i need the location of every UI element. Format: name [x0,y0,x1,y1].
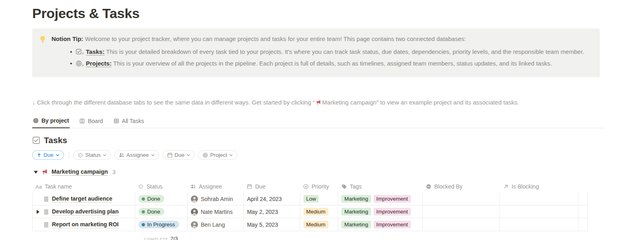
tab-board[interactable]: Board [78,116,103,128]
tags-cell[interactable]: MarketingImprovement [338,205,423,218]
tab-by-project[interactable]: By project [32,116,70,128]
priority-cell[interactable]: Medium [300,218,339,231]
expand-toggle-icon[interactable] [37,210,39,214]
tab-label: By project [41,117,69,124]
hint-text-after: ” to view an example project and its ass… [376,99,519,106]
megaphone-icon [316,100,321,105]
hint-text-before: ↓ Click through the different database t… [32,99,315,106]
status-pill: Done [138,208,164,215]
lightbulb-icon [39,35,47,43]
tasks-section-heading: Tasks [32,135,644,145]
filter-project-pill[interactable]: Project [198,150,237,160]
status-burst-icon [138,184,144,189]
task-title-link[interactable]: Develop advertising plan [52,208,119,215]
table-footer-row: COMPLETE2/3 [32,235,588,240]
row-end-cell[interactable] [578,193,588,205]
projects-link[interactable]: Projects: [86,60,111,67]
chevron-down-icon [103,153,107,157]
tip-label: Notion Tip: [52,35,83,42]
bullet-text: This is your overview of all the project… [111,60,552,67]
status-pill: In Progress [138,221,179,228]
megaphone-icon [41,169,48,175]
tip-text: Welcome to your project tracker, where y… [83,35,466,42]
column-header-task-name[interactable]: AaTask name [32,183,135,190]
row-end-cell[interactable] [578,218,588,231]
row-end-cell[interactable] [578,205,588,218]
status-label: In Progress [147,222,175,228]
column-header-label: Tags [350,183,362,190]
assignee-name: Ben Lang [201,222,225,228]
due-cell[interactable]: May 5, 2023 [244,218,300,231]
is-blocking-cell[interactable] [500,193,578,205]
filter-assignee-pill[interactable]: Assignee [114,150,159,160]
blocked-by-cell[interactable] [423,205,500,218]
status-cell[interactable]: In Progress [135,218,188,231]
status-dot-icon [142,223,145,226]
is-blocking-cell[interactable] [500,205,578,218]
tag-chip: Improvement [374,195,411,203]
tag-icon [341,184,347,189]
list-item: • ↗ Projects: This is your overview of a… [70,59,584,68]
due-cell[interactable]: April 24, 2023 [244,193,300,205]
chevron-down-icon [56,153,60,157]
bullet-text-wrap: Projects: This is your overview of all t… [86,59,552,68]
assignee-cell[interactable]: Ben Lang [188,218,244,231]
assignee-cell[interactable]: Sohrab Amin [188,193,244,205]
blocked-by-cell[interactable] [423,218,500,231]
tasks-link[interactable]: Tasks: [86,48,104,55]
filter-due-pill[interactable]: Due [163,150,195,160]
tags-cell[interactable]: MarketingImprovement [338,218,423,231]
chevron-down-icon [151,153,155,157]
task-name-cell[interactable]: Develop advertising plan [33,205,135,218]
notion-tip-callout: Notion Tip: Welcome to your project trac… [32,29,600,77]
list-item: • ↗ Tasks: This is your detailed breakdo… [70,47,584,57]
group-title-link[interactable]: Marketing campaign [52,168,108,176]
sort-due-pill[interactable]: Due [32,150,64,160]
tags-cell[interactable]: MarketingImprovement [338,193,423,205]
bullet-text: This is your detailed breakdown of every… [105,48,584,55]
column-header-is-blocking[interactable]: Is Blocking [500,183,578,190]
group-count: 3 [112,169,116,175]
bullet-text-wrap: Tasks: This is your detailed breakdown o… [86,47,584,57]
priority-chip: Medium [303,221,328,228]
column-header-label: Blocked By [434,183,462,190]
column-header-tags[interactable]: Tags [338,183,423,190]
tab-all-tasks[interactable]: All Tasks [113,116,145,128]
circle-arrow-down-icon [303,184,309,189]
column-header-blocked-by[interactable]: Blocked By [423,183,500,190]
chevron-down-icon [186,153,190,157]
avatar [191,195,198,203]
filter-label: Project [210,152,227,158]
column-header-due[interactable]: Due [244,183,300,190]
tip-bullet-list: • ↗ Tasks: This is your detailed breakdo… [52,47,584,68]
column-header-label: Is Blocking [512,183,539,190]
tag-chip: Marketing [341,221,371,228]
filter-status-pill[interactable]: Status [73,150,111,160]
column-header-label: Status [147,183,163,190]
table-row: Report on marketing ROI In Progress Ben … [32,218,588,231]
due-cell[interactable]: May 2, 2023 [244,205,300,218]
column-header-priority[interactable]: Priority [300,183,338,190]
task-name-cell[interactable]: Define target audience [33,193,135,205]
assignee-cell[interactable]: Nate Martins [188,205,244,218]
status-cell[interactable]: Done [135,205,188,218]
notion-page: Projects & Tasks Notion Tip: Welcome to … [0,0,644,240]
blocked-by-cell[interactable] [423,193,500,205]
is-blocking-cell[interactable] [500,218,578,231]
task-name-cell[interactable]: Report on marketing ROI [33,218,135,231]
page-icon [43,209,50,215]
calc-value: 2/3 [171,236,178,240]
task-title-link[interactable]: Report on marketing ROI [52,221,119,228]
status-cell[interactable]: Done [135,193,188,205]
complete-calculation[interactable]: COMPLETE2/3 [135,235,187,240]
instruction-paragraph: ↓ Click through the different database t… [32,98,604,107]
task-title-link[interactable]: Define target audience [52,195,112,203]
priority-cell[interactable]: Low [300,193,339,205]
collapse-toggle-icon[interactable] [34,171,38,174]
calendar-icon [167,152,173,158]
tasks-table: AaTask name Status Assignee Due Priority… [32,181,588,240]
column-header-status[interactable]: Status [135,183,187,190]
priority-cell[interactable]: Medium [300,205,339,218]
bullet-marker: • [70,59,72,68]
column-header-assignee[interactable]: Assignee [187,183,244,190]
